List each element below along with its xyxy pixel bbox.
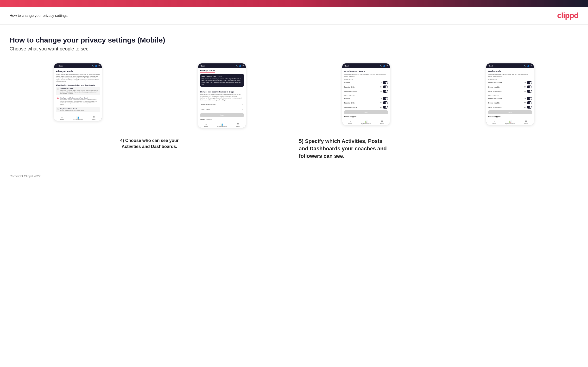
nav-performance-3[interactable]: 📊 My Performance — [358, 120, 374, 125]
phone4-work-on2-label: What To Work On — [488, 106, 502, 108]
phone3-rounds-toggle[interactable] — [383, 81, 388, 84]
phone2-nav: ‹ Back 🔍 👤 ⚙ — [198, 63, 246, 68]
phone1-icons: 🔍 👤 ⚙ — [92, 65, 100, 67]
phone4-icons: 🔍 👤 ⚙ — [524, 65, 532, 67]
phone3-back[interactable]: ‹ Back — [344, 65, 349, 67]
bottom-row: 4) Choose who can see your Activities an… — [10, 138, 578, 160]
phone4-back[interactable]: ‹ Back — [488, 65, 493, 67]
phone4-nav: ‹ Back 🔍 👤 ⚙ — [486, 63, 534, 68]
nav-home-2[interactable]: ⌂ Home — [198, 123, 214, 127]
nav-performance-1[interactable]: 📊 My Performance — [70, 116, 86, 120]
person-icon[interactable]: 👤 — [95, 65, 97, 67]
phone3-manual-label: Manual Activities — [344, 91, 357, 92]
phone3-section-desc: Select the types of activity that you'd … — [344, 74, 388, 77]
phone4-player2-toggle[interactable] — [527, 97, 532, 100]
phone4-work-on-toggle[interactable] — [527, 90, 532, 93]
page-subheading: Choose what you want people to see — [10, 46, 578, 52]
phone3-rounds2-row: Rounds ON — [344, 97, 388, 100]
header: How to change your privacy settings clip… — [0, 7, 588, 25]
phone4-player2-row: Player Dashboard ON — [488, 97, 532, 100]
top-bar — [0, 0, 588, 7]
phone3-practice2-label: Practice Drills — [344, 102, 355, 104]
nav-performance-4[interactable]: 📊 My Performance — [502, 120, 518, 125]
phone1-option2[interactable]: Only Approved Followers and Your Coach O… — [56, 96, 100, 106]
phone2-menu-activities[interactable]: Activities and Posts › — [200, 102, 244, 107]
nav-menu-3[interactable]: ☰ Menu — [374, 120, 390, 125]
phone1-option1[interactable]: Everyone on Clippd Everyone on Clippd ca… — [56, 87, 100, 95]
phone4-round-insights2-toggle[interactable] — [527, 101, 532, 104]
nav-home-1[interactable]: ⌂ Home — [54, 116, 70, 120]
phone3-manual-row: Manual Activities ON — [344, 90, 388, 93]
phone2-menu-dashboards[interactable]: Dashboards › — [200, 107, 244, 112]
phone3-practice-toggle[interactable] — [383, 85, 388, 88]
phone3-manual2-row: Manual Activities ON — [344, 105, 388, 109]
nav-menu-1[interactable]: ☰ Menu — [86, 116, 102, 120]
caption1: 4) Choose who can see your Activities an… — [116, 138, 183, 150]
phone3-nav: ‹ Back 🔍 👤 ⚙ — [342, 63, 390, 68]
menu-icon-3: ☰ — [381, 120, 383, 123]
bottom-right-group: 5) Specify which Activities, Posts and D… — [289, 138, 579, 160]
phone4-help: Help & Support — [488, 116, 532, 117]
search-icon[interactable]: 🔍 — [92, 65, 94, 67]
phone3-practice-row: Practice Drills ON — [344, 85, 388, 89]
header-title: How to change your privacy settings — [10, 13, 68, 17]
phone3-save-btn[interactable]: Save — [344, 110, 388, 114]
phone2: ‹ Back 🔍 👤 ⚙ Privacy Controls Only You a… — [198, 63, 246, 128]
phone4-round-insights-toggle[interactable] — [527, 85, 532, 88]
settings-icon-2[interactable]: ⚙ — [242, 65, 244, 67]
phone2-tab-area: Privacy Controls — [198, 68, 246, 74]
chevron-right-icon: › — [242, 103, 243, 106]
phone1-option1-text: Everyone on Clippd Everyone on Clippd ca… — [60, 88, 99, 94]
phone4-work-on-row: What To Work On ON — [488, 90, 532, 93]
chart-icon-2: 📊 — [221, 123, 223, 126]
settings-icon-4[interactable]: ⚙ — [530, 65, 532, 67]
phone2-back[interactable]: ‹ Back — [200, 65, 205, 67]
phone3-followers-label: FOLLOWERS — [344, 94, 388, 96]
menu-icon: ☰ — [93, 116, 95, 119]
phone3-manual2-toggle[interactable] — [383, 106, 388, 108]
phone3-practice2-toggle[interactable] — [383, 101, 388, 104]
nav-home-3[interactable]: ⌂ Home — [342, 120, 358, 125]
phone4-work-on2-toggle[interactable] — [527, 106, 532, 108]
nav-home-4[interactable]: ⌂ Home — [486, 120, 502, 125]
menu-icon-2: ☰ — [237, 123, 239, 126]
phone4-player-row: Player Dashboard ON — [488, 81, 532, 84]
phone2-tab[interactable]: Privacy Controls — [200, 69, 216, 73]
search-icon-2[interactable]: 🔍 — [236, 65, 238, 67]
nav-menu-2[interactable]: ☰ Menu — [230, 123, 246, 127]
phone1-back[interactable]: ‹ < Back — [56, 65, 63, 67]
search-icon-3[interactable]: 🔍 — [380, 65, 382, 67]
phone4-player-label: Player Dashboard — [488, 82, 502, 83]
phone1-option3[interactable]: Only You and Your Coach Only you and the… — [56, 107, 100, 112]
person-icon-2[interactable]: 👤 — [239, 65, 241, 67]
phone3: ‹ Back 🔍 👤 ⚙ Activities and Posts Select… — [342, 63, 390, 125]
person-icon-4[interactable]: 👤 — [527, 65, 529, 67]
phone3-manual-toggle[interactable] — [383, 90, 388, 93]
search-icon-4[interactable]: 🔍 — [524, 65, 526, 67]
home-icon-4: ⌂ — [494, 120, 495, 123]
phone3-icons: 🔍 👤 ⚙ — [380, 65, 388, 67]
phone4-player-toggle[interactable] — [527, 81, 532, 84]
settings-icon[interactable]: ⚙ — [98, 65, 100, 67]
home-icon: ⌂ — [61, 116, 62, 119]
copyright: Copyright Clippd 2022 — [10, 174, 578, 178]
radio-circle-1 — [57, 88, 59, 90]
phone3-practice-label: Practice Drills — [344, 86, 355, 88]
phone2-save-btn[interactable]: Save — [200, 113, 244, 117]
nav-performance-2[interactable]: 📊 My Performance — [214, 123, 230, 127]
phone4-save-btn[interactable]: Save — [488, 110, 532, 114]
phone4: ‹ Back 🔍 👤 ⚙ Dashboards Select the dashb… — [486, 63, 534, 125]
phone3-body: Activities and Posts Select the types of… — [342, 68, 390, 119]
phone3-rounds2-toggle[interactable] — [383, 97, 388, 100]
phone3-manual2-label: Manual Activities — [344, 106, 357, 108]
phone4-body: Dashboards Select the dashboards that yo… — [486, 68, 534, 119]
phone4-group: ‹ Back 🔍 👤 ⚙ Dashboards Select the dashb… — [442, 63, 578, 125]
phone3-bottom-nav: ⌂ Home 📊 My Performance ☰ Menu — [342, 119, 390, 125]
nav-menu-4[interactable]: ☰ Menu — [518, 120, 534, 125]
phone2-bottom-nav: ⌂ Home 📊 My Performance ☰ Menu — [198, 122, 246, 128]
phone1-body: Privacy Controls Control how you and you… — [54, 68, 102, 115]
settings-icon-3[interactable]: ⚙ — [387, 65, 388, 67]
person-icon-3[interactable]: 👤 — [383, 65, 385, 67]
phone2-tooltip: Only You and Your Coach Only you and the… — [200, 74, 244, 87]
phone3-group: ‹ Back 🔍 👤 ⚙ Activities and Posts Select… — [298, 63, 434, 125]
